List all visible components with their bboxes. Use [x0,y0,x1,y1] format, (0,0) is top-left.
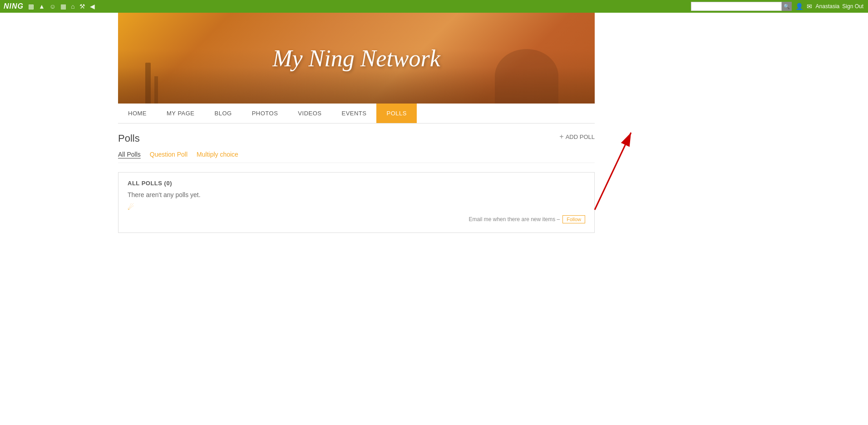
top-bar: NING ▩ ▲ ☺ ▦ ⌂ ⚒ ◀ 🔍 👤 ✉ Anastasia Sign … [0,0,868,13]
mail-icon: ✉ [807,3,812,10]
nav-mypage[interactable]: MY PAGE [157,104,205,123]
content-area: Polls + ADD POLL All Polls Question Poll… [118,124,595,242]
no-polls-text: There aren't any polls yet. [128,191,585,198]
left-panel [0,104,118,242]
user-info: Anastasia Sign Out [816,3,863,10]
polls-box-title: ALL POLLS (0) [128,180,585,187]
tv-icon[interactable]: ▩ [28,3,34,10]
nav-photos[interactable]: PHOTOS [242,104,288,123]
banner-wrapper: My Ning Network [0,13,868,104]
tools-icon[interactable]: ⚒ [79,3,85,10]
search-box: 🔍 [691,2,792,11]
follow-area: Email me when there are new items – Foll… [128,212,585,225]
follow-button[interactable]: Follow [562,215,585,223]
right-panel [595,104,868,242]
rss-icon[interactable]: ☄ [128,203,134,211]
banner: My Ning Network [118,13,595,104]
email-follow-text: Email me when there are new items – [469,216,560,222]
nav-polls[interactable]: POLLS [376,104,416,123]
top-bar-icons: ▩ ▲ ☺ ▦ ⌂ ⚒ ◀ [28,3,95,10]
person-icon[interactable]: ☺ [49,3,56,10]
group-icon[interactable]: ▲ [39,3,45,10]
tab-all-polls[interactable]: All Polls [118,151,141,158]
left-space [0,13,118,104]
nav-videos[interactable]: VIDEOS [288,104,331,123]
arrow-icon: ◀ [90,3,95,10]
polls-box: ALL POLLS (0) There aren't any polls yet… [118,172,595,233]
home-icon[interactable]: ⌂ [71,3,74,10]
banner-title: My Ning Network [272,45,440,72]
top-bar-right: 🔍 👤 ✉ Anastasia Sign Out [691,0,868,13]
search-input[interactable] [691,2,782,11]
center-column: HOME MY PAGE BLOG PHOTOS VIDEOS EVENTS P… [118,104,595,242]
nav-home[interactable]: HOME [118,104,157,123]
right-space [595,13,868,104]
nav-events[interactable]: EVENTS [331,104,376,123]
tab-question-poll[interactable]: Question Poll [150,151,187,158]
user-icon: 👤 [795,3,803,10]
signout-link[interactable]: Sign Out [842,3,863,10]
layout-wrapper: HOME MY PAGE BLOG PHOTOS VIDEOS EVENTS P… [0,104,868,242]
nav-blog[interactable]: BLOG [205,104,242,123]
filter-tabs: All Polls Question Poll Multiply choice [118,151,595,163]
page-title: Polls [118,133,595,144]
add-poll-label: ADD POLL [566,133,595,140]
add-poll-button[interactable]: + ADD POLL [559,133,595,141]
tab-multiply-choice[interactable]: Multiply choice [197,151,238,158]
ning-logo: NING [4,2,24,10]
username: Anastasia [816,3,840,10]
search-button[interactable]: 🔍 [782,2,792,11]
plus-icon: + [559,133,563,141]
main-nav: HOME MY PAGE BLOG PHOTOS VIDEOS EVENTS P… [118,104,595,124]
grid-icon[interactable]: ▦ [60,3,66,10]
